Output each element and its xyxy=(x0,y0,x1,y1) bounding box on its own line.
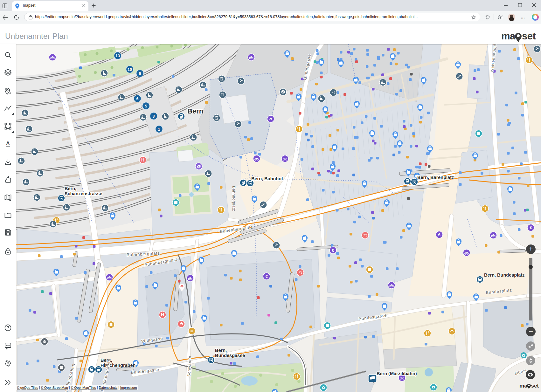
svg-text:Bern, Bärenplatz: Bern, Bärenplatz xyxy=(417,175,454,180)
svg-text:Bern, Bahnhof: Bern, Bahnhof xyxy=(251,176,283,181)
svg-text:6: 6 xyxy=(136,97,139,101)
svg-text:Bern: Bern xyxy=(187,107,203,115)
svg-text:set: set xyxy=(522,31,536,42)
svg-text:€: € xyxy=(332,248,334,253)
svg-text:set: set xyxy=(531,382,539,389)
svg-text:Bundesgasse: Bundesgasse xyxy=(215,353,245,358)
svg-text:€: € xyxy=(530,225,532,230)
svg-text:13: 13 xyxy=(115,54,120,58)
svg-text:Schanzenstrasse: Schanzenstrasse xyxy=(65,191,102,196)
svg-text:5: 5 xyxy=(145,104,147,108)
svg-text:€: € xyxy=(438,232,440,237)
svg-text:9: 9 xyxy=(139,72,141,76)
svg-text:10: 10 xyxy=(128,67,132,72)
svg-text:H: H xyxy=(161,312,164,317)
svg-text:Bahnhofplatz: Bahnhofplatz xyxy=(232,186,236,211)
svg-text:€: € xyxy=(265,274,267,279)
svg-text:1: 1 xyxy=(158,127,160,132)
svg-text:3: 3 xyxy=(153,114,155,119)
svg-text:ma: ma xyxy=(501,31,516,42)
svg-text:Bern (Marzilibahn): Bern (Marzilibahn) xyxy=(377,371,417,376)
svg-text:A: A xyxy=(6,141,10,147)
svg-text:Bern,: Bern, xyxy=(215,348,227,353)
svg-text:ma: ma xyxy=(519,382,527,389)
svg-text:H: H xyxy=(141,157,144,162)
svg-text:Bern, Bundesplatz: Bern, Bundesplatz xyxy=(484,272,524,278)
svg-text:Bern,: Bern, xyxy=(65,186,76,191)
